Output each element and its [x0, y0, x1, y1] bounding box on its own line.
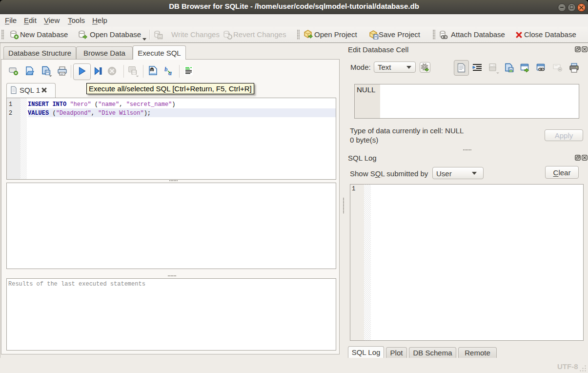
svg-text:b: b — [164, 65, 168, 73]
